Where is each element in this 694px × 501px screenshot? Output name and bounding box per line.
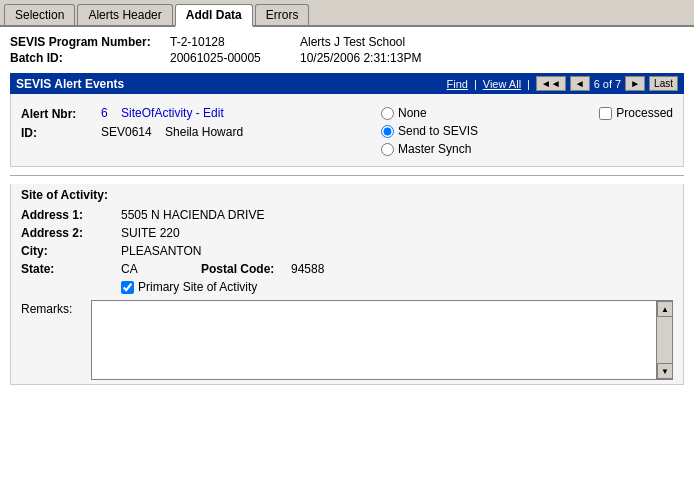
scroll-up-btn[interactable]: ▲ bbox=[657, 301, 673, 317]
tab-bar: Selection Alerts Header Addl Data Errors bbox=[0, 0, 694, 27]
person-name: Sheila Howard bbox=[165, 125, 243, 139]
school-name: Alerts J Test School bbox=[300, 35, 684, 49]
state-value: CA bbox=[121, 262, 201, 276]
remarks-box: ▲ ▼ bbox=[91, 300, 673, 380]
batch-id-label: Batch ID: bbox=[10, 51, 170, 65]
remarks-scrollbar: ▲ ▼ bbox=[656, 301, 672, 379]
processed-container: Processed bbox=[541, 106, 673, 120]
site-of-activity-section: Site of Activity: Address 1: 5505 N HACI… bbox=[10, 184, 684, 385]
remarks-label: Remarks: bbox=[21, 300, 91, 316]
radio-master-synch-item[interactable]: Master Synch bbox=[381, 142, 541, 156]
main-content: SEVIS Program Number: T-2-10128 Alerts J… bbox=[0, 27, 694, 393]
city-value: PLEASANTON bbox=[121, 244, 201, 258]
radio-none-item[interactable]: None bbox=[381, 106, 541, 120]
radio-group-container: None Send to SEVIS Master Synch bbox=[361, 106, 541, 156]
scroll-down-btn[interactable]: ▼ bbox=[657, 363, 673, 379]
sevis-alert-events-header: SEVIS Alert Events Find | View All | ◄◄ … bbox=[10, 73, 684, 94]
address1-value: 5505 N HACIENDA DRIVE bbox=[121, 208, 264, 222]
next-btn[interactable]: ► bbox=[625, 76, 645, 91]
radio-master-synch-label: Master Synch bbox=[398, 142, 471, 156]
find-link[interactable]: Find bbox=[447, 78, 468, 90]
processed-label: Processed bbox=[616, 106, 673, 120]
alert-nbr-label: Alert Nbr: bbox=[21, 106, 101, 121]
alert-top: Alert Nbr: 6 SiteOfActivity - Edit ID: S… bbox=[21, 100, 673, 160]
processed-area: Processed bbox=[599, 106, 673, 120]
radio-none-label: None bbox=[398, 106, 427, 120]
processed-checkbox[interactable] bbox=[599, 107, 612, 120]
tab-errors[interactable]: Errors bbox=[255, 4, 310, 25]
address2-row: Address 2: SUITE 220 bbox=[21, 226, 673, 240]
nav-info: 6 of 7 bbox=[594, 78, 622, 90]
primary-site-row: Primary Site of Activity bbox=[121, 280, 673, 294]
nav-controls: ◄◄ ◄ 6 of 7 ► Last bbox=[536, 76, 678, 91]
header-info: SEVIS Program Number: T-2-10128 Alerts J… bbox=[10, 35, 684, 65]
prev-btn[interactable]: ◄ bbox=[570, 76, 590, 91]
address1-row: Address 1: 5505 N HACIENDA DRIVE bbox=[21, 208, 673, 222]
city-row: City: PLEASANTON bbox=[21, 244, 673, 258]
tab-alerts-header[interactable]: Alerts Header bbox=[77, 4, 172, 25]
state-label: State: bbox=[21, 262, 121, 276]
section-nav: Find | View All | ◄◄ ◄ 6 of 7 ► Last bbox=[447, 76, 679, 91]
postal-code-value: 94588 bbox=[291, 262, 324, 276]
state-row: State: CA Postal Code: 94588 bbox=[21, 262, 673, 276]
sevis-id: SEV0614 bbox=[101, 125, 152, 139]
tab-selection[interactable]: Selection bbox=[4, 4, 75, 25]
postal-code-label: Postal Code: bbox=[201, 262, 291, 276]
address2-label: Address 2: bbox=[21, 226, 121, 240]
batch-date: 10/25/2006 2:31:13PM bbox=[300, 51, 684, 65]
alert-nbr-link[interactable]: 6 bbox=[101, 106, 108, 120]
address1-label: Address 1: bbox=[21, 208, 121, 222]
alert-left: Alert Nbr: 6 SiteOfActivity - Edit ID: S… bbox=[21, 106, 361, 144]
alert-nbr-value: 6 SiteOfActivity - Edit bbox=[101, 106, 224, 120]
radio-master-synch[interactable] bbox=[381, 143, 394, 156]
primary-site-label: Primary Site of Activity bbox=[138, 280, 257, 294]
sevis-alert-events-title: SEVIS Alert Events bbox=[16, 77, 124, 91]
alert-id-value: SEV0614 Sheila Howard bbox=[101, 125, 243, 139]
alert-id-row: ID: SEV0614 Sheila Howard bbox=[21, 125, 361, 140]
radio-send-to-sevis[interactable] bbox=[381, 125, 394, 138]
first-btn[interactable]: ◄◄ bbox=[536, 76, 566, 91]
sevis-program-number-label: SEVIS Program Number: bbox=[10, 35, 170, 49]
radio-send-to-sevis-item[interactable]: Send to SEVIS bbox=[381, 124, 541, 138]
radio-none[interactable] bbox=[381, 107, 394, 120]
sevis-program-number-value: T-2-10128 bbox=[170, 35, 300, 49]
alert-nbr-row: Alert Nbr: 6 SiteOfActivity - Edit bbox=[21, 106, 361, 121]
site-of-activity-title: Site of Activity: bbox=[21, 188, 673, 202]
address2-value: SUITE 220 bbox=[121, 226, 180, 240]
batch-id-value: 20061025-00005 bbox=[170, 51, 300, 65]
remarks-section: Remarks: ▲ ▼ bbox=[21, 300, 673, 380]
last-btn[interactable]: Last bbox=[649, 76, 678, 91]
alert-id-label: ID: bbox=[21, 125, 101, 140]
alert-body: Alert Nbr: 6 SiteOfActivity - Edit ID: S… bbox=[10, 94, 684, 167]
tab-addl-data[interactable]: Addl Data bbox=[175, 4, 253, 27]
edit-link[interactable]: SiteOfActivity - Edit bbox=[121, 106, 224, 120]
view-all-link[interactable]: View All bbox=[483, 78, 521, 90]
primary-site-checkbox[interactable] bbox=[121, 281, 134, 294]
section-divider bbox=[10, 175, 684, 176]
city-label: City: bbox=[21, 244, 121, 258]
action-radio-group: None Send to SEVIS Master Synch bbox=[381, 106, 541, 156]
radio-send-to-sevis-label: Send to SEVIS bbox=[398, 124, 478, 138]
